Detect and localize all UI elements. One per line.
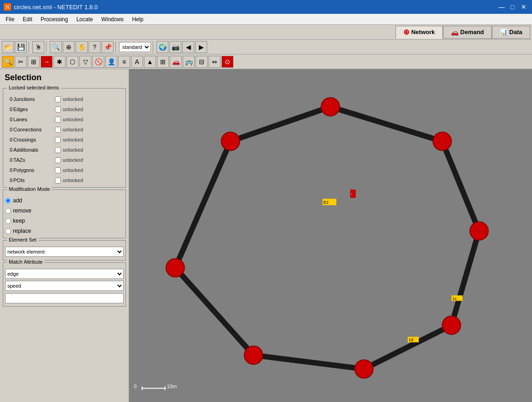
radio-replace[interactable] <box>5 228 11 234</box>
connections-label: Connections <box>13 127 55 132</box>
polygons-checkbox[interactable] <box>55 167 61 173</box>
additionals-label: Additionals <box>13 147 55 153</box>
tb2-grid2[interactable]: ⊞ <box>157 56 169 68</box>
tb2-select[interactable]: 🔍 <box>2 56 14 68</box>
polygons-unlocked: unlocked <box>63 167 83 173</box>
tb2-star[interactable]: ✱ <box>54 56 66 68</box>
tb2-grid[interactable]: ⊞ <box>28 56 40 68</box>
svg-point-17 <box>321 98 340 116</box>
edges-count: 0 <box>5 106 12 112</box>
modification-mode-label: Modification Mode <box>7 186 52 192</box>
tb-back[interactable]: ◀ <box>182 41 194 53</box>
tb2-person[interactable]: 👤 <box>105 56 117 68</box>
canvas-area[interactable]: E2 ↑ 1c 1d <box>129 69 532 402</box>
tb-zoom-fit[interactable]: ⊕ <box>63 41 75 53</box>
crossings-count: 0 <box>5 137 12 142</box>
maximize-button[interactable]: □ <box>508 2 517 12</box>
window-title: circles.net.xml - NETEDIT 1.8.0 <box>14 4 98 11</box>
tab-data[interactable]: 📊 Data <box>492 26 530 39</box>
svg-point-24 <box>221 132 240 151</box>
locked-row-tazs: 0 TAZs unlocked <box>5 155 124 165</box>
tb2-stop[interactable]: 🚫 <box>92 56 104 68</box>
crossings-unlocked: unlocked <box>63 137 83 142</box>
titlebar: N circles.net.xml - NETEDIT 1.8.0 — □ ✕ <box>0 0 532 14</box>
locked-row-junctions: 0 Junctions unlocked <box>5 94 124 104</box>
sep2 <box>46 41 48 53</box>
tb2-text[interactable]: A <box>131 56 143 68</box>
match-attribute-group: Match Attribute edge speed >10.0 <box>3 262 126 307</box>
radio-keep[interactable] <box>5 218 11 224</box>
pois-count: 0 <box>5 177 12 183</box>
menubar: File Edit Processing Locate Windows Help <box>0 14 532 25</box>
toolbar-row1: 📂 💾 🖱 🔍 ⊕ ✋ ? 📌 standard 🌍 📷 ◀ ▶ <box>0 40 532 54</box>
tb-cursor[interactable]: 🖱 <box>32 41 44 53</box>
crossings-checkbox[interactable] <box>55 137 61 143</box>
tb2-triangle[interactable]: ▽ <box>79 56 91 68</box>
tb-pan[interactable]: ✋ <box>76 41 88 53</box>
additionals-checkbox[interactable] <box>55 147 61 153</box>
menu-processing[interactable]: Processing <box>37 15 72 24</box>
menu-locate[interactable]: Locate <box>72 15 96 24</box>
svg-text:E2: E2 <box>323 200 329 205</box>
tab-demand[interactable]: 🚗 Demand <box>443 26 492 39</box>
tb-open[interactable]: 📂 <box>2 41 14 53</box>
pois-unlocked: unlocked <box>63 177 83 183</box>
tb-forward[interactable]: ▶ <box>195 41 207 53</box>
tazs-count: 0 <box>5 157 12 163</box>
tb-help[interactable]: ? <box>89 41 101 53</box>
left-panel: Selection Locked selected items 0 Juncti… <box>0 69 129 402</box>
lanes-checkbox[interactable] <box>55 117 61 123</box>
tb-pin[interactable]: 📌 <box>102 41 114 53</box>
edges-checkbox[interactable] <box>55 106 61 112</box>
tb2-circle[interactable]: ⊙ <box>221 56 233 68</box>
menu-file[interactable]: File <box>2 15 18 24</box>
tb-save[interactable]: 💾 <box>15 41 27 53</box>
tb2-exchange[interactable]: ⇔ <box>209 56 221 68</box>
panel-title: Selection <box>0 69 129 84</box>
match-attribute-label: Match Attribute <box>7 259 44 265</box>
close-button[interactable]: ✕ <box>519 2 528 12</box>
tb2-cut[interactable]: ✂ <box>15 56 27 68</box>
view-scheme-select[interactable]: standard <box>119 42 151 52</box>
tb2-hex[interactable]: ⬡ <box>66 56 78 68</box>
radio-add[interactable] <box>5 198 11 204</box>
locked-row-pois: 0 POIs unlocked <box>5 175 124 185</box>
element-set-group: Element Set network element <box>3 240 126 260</box>
tb-screenshot[interactable]: 📷 <box>169 41 181 53</box>
svg-text:1c: 1c <box>452 296 457 301</box>
lanes-label: Lanes <box>13 117 55 122</box>
menu-edit[interactable]: Edit <box>19 15 36 24</box>
match-value-input[interactable]: >10.0 <box>5 293 124 303</box>
tab-network[interactable]: ⊕ Network <box>395 26 442 39</box>
match-type-select[interactable]: edge <box>5 269 124 279</box>
svg-point-19 <box>470 222 488 240</box>
tb2-bus[interactable]: 🚌 <box>183 56 195 68</box>
tb2-lines[interactable]: ≡ <box>118 56 130 68</box>
tb2-arrow[interactable]: → <box>41 56 53 68</box>
minimize-button[interactable]: — <box>497 2 506 12</box>
app-icon: N <box>4 3 11 11</box>
tb-zoom[interactable]: 🔍 <box>50 41 62 53</box>
tazs-checkbox[interactable] <box>55 157 61 163</box>
tb2-up[interactable]: ▲ <box>144 56 156 68</box>
svg-point-23 <box>166 259 185 277</box>
sep3 <box>115 41 117 53</box>
menu-help[interactable]: Help <box>128 15 147 24</box>
pois-checkbox[interactable] <box>55 177 61 183</box>
match-field-select[interactable]: speed <box>5 281 124 291</box>
edges-unlocked: unlocked <box>63 106 83 112</box>
scale-label-10m: 10m <box>167 384 177 389</box>
toolbar-row2: 🔍 ✂ ⊞ → ✱ ⬡ ▽ 🚫 👤 ≡ A ▲ ⊞ 🚗 🚌 ⊟ ⇔ ⊙ <box>0 54 532 69</box>
titlebar-controls[interactable]: — □ ✕ <box>497 2 528 12</box>
radio-remove[interactable] <box>5 208 11 214</box>
tb2-minus[interactable]: ⊟ <box>196 56 208 68</box>
menu-windows[interactable]: Windows <box>97 15 127 24</box>
connections-checkbox[interactable] <box>55 127 61 133</box>
main-area: Selection Locked selected items 0 Juncti… <box>0 69 532 402</box>
tb2-car[interactable]: 🚗 <box>170 56 182 68</box>
junctions-checkbox[interactable] <box>55 96 61 102</box>
tb-globe[interactable]: 🌍 <box>156 41 168 53</box>
element-set-select[interactable]: network element <box>5 247 124 257</box>
panel-scroll[interactable]: Locked selected items 0 Junctions unlock… <box>0 84 129 402</box>
sep1 <box>29 41 30 53</box>
